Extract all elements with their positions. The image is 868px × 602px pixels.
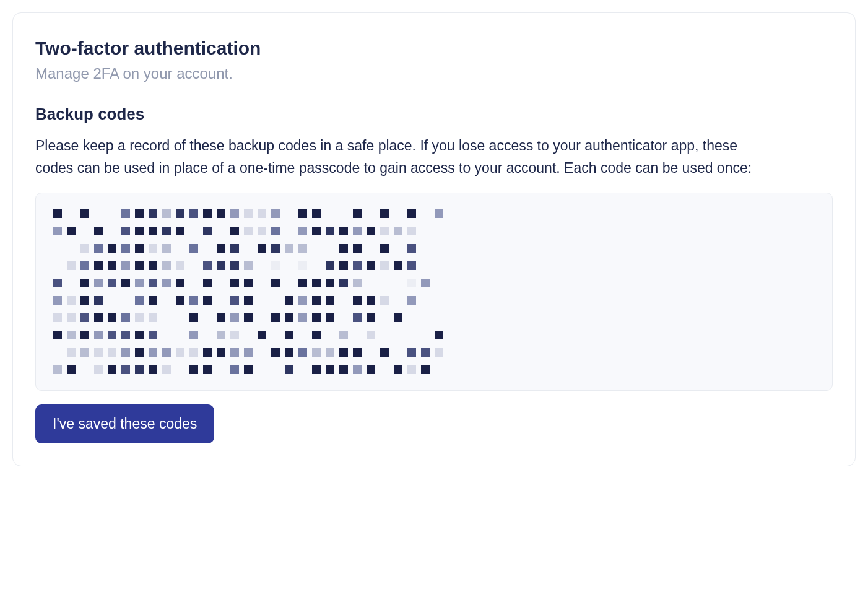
- backup-code-row: [53, 365, 815, 374]
- backup-codes-container: [35, 193, 833, 391]
- saved-codes-button[interactable]: I've saved these codes: [35, 404, 214, 443]
- backup-code-row: [53, 279, 815, 287]
- backup-codes-heading: Backup codes: [35, 105, 833, 124]
- backup-codes-redacted: [53, 209, 815, 374]
- backup-code-row: [53, 296, 815, 305]
- page-subtitle: Manage 2FA on your account.: [35, 65, 833, 82]
- backup-codes-description: Please keep a record of these backup cod…: [35, 135, 772, 179]
- backup-code-row: [53, 331, 815, 339]
- page-title: Two-factor authentication: [35, 38, 833, 59]
- backup-code-row: [53, 348, 815, 357]
- backup-code-row: [53, 244, 815, 253]
- backup-code-row: [53, 209, 815, 218]
- backup-code-row: [53, 313, 815, 322]
- backup-code-row: [53, 227, 815, 235]
- two-factor-auth-card: Two-factor authentication Manage 2FA on …: [12, 12, 856, 466]
- backup-code-row: [53, 261, 815, 270]
